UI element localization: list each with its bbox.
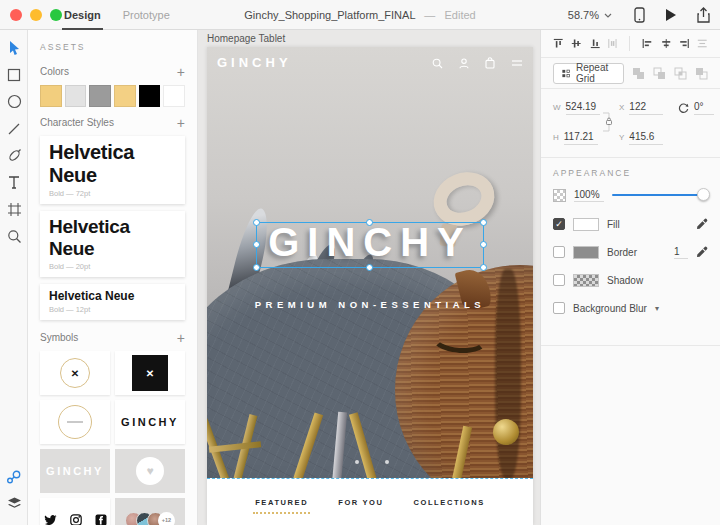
color-swatch[interactable] (163, 85, 185, 107)
artboard-tool[interactable] (0, 196, 28, 223)
boolean-union-icon[interactable] (632, 67, 645, 80)
distribute-vertical-icon[interactable] (697, 38, 707, 49)
symbol-avatar-group[interactable]: +12 (115, 498, 185, 525)
site-header: GINCHY (207, 47, 533, 79)
border-checkbox[interactable] (553, 246, 565, 258)
selection-handle[interactable] (480, 219, 487, 226)
width-field[interactable]: 524.19 (566, 101, 600, 115)
artboard-homepage-tablet[interactable]: GINCHY GINCHY PREMIUM NON-ESS (207, 47, 533, 525)
distribute-horizontal-icon[interactable] (608, 37, 617, 50)
eyedropper-icon[interactable] (696, 218, 708, 230)
minimize-window-button[interactable] (30, 9, 42, 21)
symbol-heart-button[interactable]: ♥ (115, 449, 185, 493)
boolean-exclude-icon[interactable] (695, 67, 708, 80)
align-top-icon[interactable] (553, 37, 563, 50)
selection-handle[interactable] (366, 264, 373, 271)
selected-text-layer[interactable]: GINCHY (256, 222, 484, 268)
symbol-badge-circle[interactable] (40, 400, 110, 444)
selection-handle[interactable] (253, 219, 260, 226)
align-left-icon[interactable] (642, 37, 652, 50)
opacity-slider-knob[interactable] (697, 188, 710, 201)
character-style-item[interactable]: Helvetica Neue Bold — 20pt (40, 211, 185, 277)
fill-checkbox[interactable]: ✓ (553, 218, 565, 230)
character-style-name: Helvetica Neue (49, 289, 176, 303)
color-swatch[interactable] (114, 85, 136, 107)
add-color-button[interactable]: + (177, 67, 185, 77)
colors-section-label: Colors (40, 66, 69, 77)
magnifier-icon (7, 229, 22, 244)
nav-featured[interactable]: FEATURED (255, 498, 308, 507)
align-bottom-icon[interactable] (590, 37, 600, 50)
align-horizontal-center-icon[interactable] (661, 37, 671, 50)
document-title: Ginchy_Shopping_Platform_FINAL — Edited (200, 0, 520, 30)
border-width-field[interactable]: 1 (674, 246, 688, 259)
background-blur-label: Background Blur (573, 303, 647, 314)
close-window-button[interactable] (10, 9, 22, 21)
border-color-swatch[interactable] (573, 246, 599, 259)
cursor-arrow-icon (7, 40, 22, 56)
y-field[interactable]: 415.6 (629, 131, 663, 145)
color-swatch[interactable] (65, 85, 87, 107)
fill-color-swatch[interactable] (573, 218, 599, 231)
artboard-icon (7, 202, 22, 217)
zoom-level-control[interactable]: 58.7% (568, 0, 612, 30)
color-swatch[interactable] (89, 85, 111, 107)
boolean-intersect-icon[interactable] (674, 67, 687, 80)
opacity-field[interactable]: 100% (574, 189, 604, 202)
symbol-logo-dark[interactable]: GINCHY (115, 400, 185, 444)
share-icon[interactable] (697, 7, 710, 23)
repeat-grid-button[interactable]: Repeat Grid (553, 63, 624, 84)
ellipse-tool[interactable] (0, 88, 28, 115)
play-preview-icon[interactable] (665, 8, 677, 22)
mode-tabs: Design Prototype (64, 0, 170, 30)
rotation-field[interactable]: 0° (694, 101, 714, 115)
character-style-item[interactable]: Helvetica Neue Bold — 12pt (40, 284, 185, 320)
title-separator: — (424, 9, 435, 21)
selection-handle[interactable] (366, 219, 373, 226)
text-tool[interactable] (0, 169, 28, 196)
symbol-close-square-dark[interactable]: ✕ (115, 351, 185, 395)
instagram-icon (70, 514, 82, 525)
selection-handle[interactable] (253, 264, 260, 271)
align-right-icon[interactable] (679, 37, 689, 50)
layers-panel-toggle[interactable] (0, 490, 28, 517)
window-controls (10, 9, 62, 21)
eyedropper-icon[interactable] (696, 246, 708, 258)
shadow-color-swatch[interactable] (573, 274, 599, 287)
symbol-close-circle-light[interactable]: ✕ (40, 351, 110, 395)
pen-tool[interactable] (0, 142, 28, 169)
artboard-label[interactable]: Homepage Tablet (207, 33, 285, 44)
tab-design[interactable]: Design (64, 0, 101, 30)
nav-collections[interactable]: COLLECTIONS (413, 498, 484, 507)
align-vertical-center-icon[interactable] (571, 37, 581, 50)
boolean-subtract-icon[interactable] (653, 67, 666, 80)
height-field[interactable]: 117.21 (564, 131, 598, 145)
selection-handle[interactable] (480, 264, 487, 271)
assets-panel-toggle[interactable] (0, 463, 28, 490)
selection-handle[interactable] (480, 241, 487, 248)
shadow-checkbox[interactable] (553, 274, 565, 286)
chevron-down-icon[interactable]: ▾ (655, 304, 659, 313)
nav-for-you[interactable]: FOR YOU (338, 498, 383, 507)
select-tool[interactable] (0, 34, 28, 61)
rectangle-tool[interactable] (0, 61, 28, 88)
color-swatch[interactable] (40, 85, 62, 107)
opacity-slider[interactable] (612, 189, 708, 201)
zoom-tool[interactable] (0, 223, 28, 250)
tab-prototype[interactable]: Prototype (123, 0, 170, 30)
character-style-item[interactable]: Helvetica Neue Bold — 72pt (40, 136, 185, 204)
zoom-window-button[interactable] (50, 9, 62, 21)
device-preview-icon[interactable] (634, 7, 645, 23)
background-blur-checkbox[interactable] (553, 302, 565, 314)
symbols-section-label: Symbols (40, 332, 78, 343)
symbol-logo-light[interactable]: GINCHY (40, 449, 110, 493)
x-field[interactable]: 122 (629, 101, 663, 115)
color-swatch[interactable] (139, 85, 161, 107)
symbol-social-icons[interactable] (40, 498, 110, 525)
line-tool[interactable] (0, 115, 28, 142)
selection-handle[interactable] (253, 241, 260, 248)
lock-aspect-icon[interactable] (601, 111, 613, 133)
add-character-style-button[interactable]: + (177, 118, 185, 128)
add-symbol-button[interactable]: + (177, 333, 185, 343)
design-canvas[interactable]: Homepage Tablet GINCHY (198, 30, 540, 525)
